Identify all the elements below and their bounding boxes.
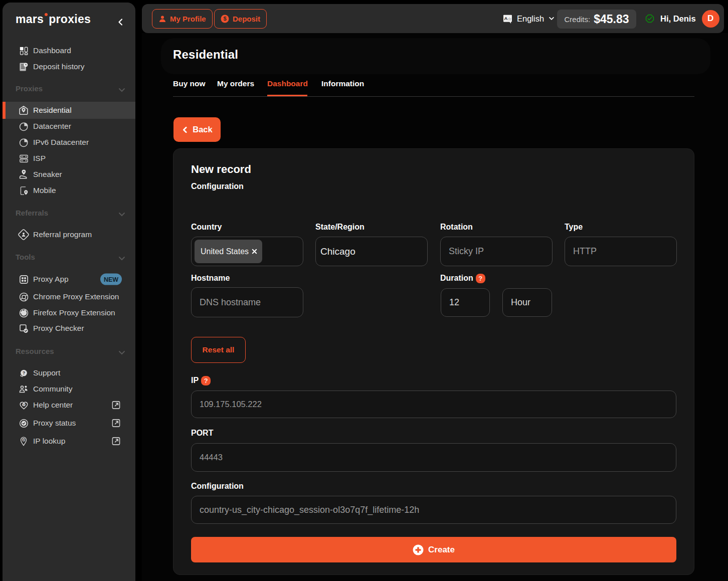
svg-text:?: ? [23, 403, 25, 406]
svg-text:IP: IP [22, 438, 25, 441]
svg-text:$: $ [223, 16, 226, 22]
svg-text:A: A [504, 16, 508, 21]
svg-text:?: ? [22, 370, 25, 375]
svg-text:☆: ☆ [507, 16, 511, 21]
